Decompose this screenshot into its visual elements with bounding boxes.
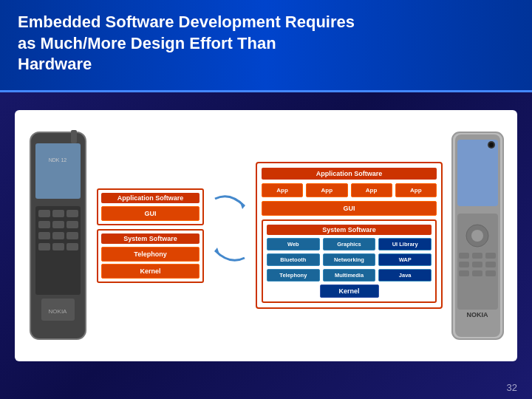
left-app-label: Application Software — [101, 193, 200, 203]
svg-rect-35 — [459, 270, 469, 276]
header: Embedded Software Development Requires a… — [0, 0, 532, 92]
app-box-1: App — [262, 183, 303, 197]
svg-rect-37 — [485, 270, 496, 276]
app-box-2: App — [306, 183, 347, 197]
svg-text:NOKIA: NOKIA — [467, 311, 489, 318]
svg-rect-32 — [459, 262, 469, 267]
right-gui-box: GUI — [262, 201, 437, 216]
svg-rect-7 — [38, 221, 50, 228]
content-area: NDK 12 — [0, 92, 532, 379]
title-text: Embedded Software Development Requires a… — [18, 13, 355, 73]
page-number: 32 — [507, 382, 517, 393]
svg-text:NDK 12: NDK 12 — [49, 157, 67, 163]
left-sys-section: System Software Telephony Kernel — [97, 229, 204, 283]
svg-rect-13 — [38, 243, 50, 250]
phone-left-svg: NDK 12 — [27, 129, 89, 343]
svg-point-28 — [471, 230, 483, 242]
ui-library-box: UI Library — [378, 238, 432, 250]
telephony-box: Telephony — [267, 269, 320, 282]
graphics-box: Graphics — [323, 238, 376, 250]
right-sys-section: System Software Web Graphics UI Library … — [262, 219, 437, 303]
left-app-section: Application Software GUI — [97, 188, 204, 225]
svg-rect-29 — [459, 253, 469, 259]
svg-rect-34 — [485, 262, 496, 267]
svg-rect-10 — [38, 232, 50, 239]
slide-title: Embedded Software Development Requires a… — [18, 12, 514, 75]
multimedia-box: Multimedia — [323, 269, 376, 282]
svg-text:NOKIA: NOKIA — [49, 308, 68, 315]
app-box-3: App — [351, 183, 392, 197]
bluetooth-box: Bluetooth — [267, 253, 320, 266]
slide: Embedded Software Development Requires a… — [0, 0, 532, 399]
svg-rect-31 — [485, 253, 496, 259]
kernel-row: Kernel — [267, 284, 432, 298]
left-gui-box: GUI — [101, 206, 200, 221]
svg-rect-1 — [35, 143, 81, 199]
svg-rect-5 — [52, 210, 64, 217]
wap-box: WAP — [378, 253, 432, 266]
web-box: Web — [267, 238, 320, 250]
left-software-stack: Application Software GUI System Software… — [97, 188, 204, 283]
kernel-box: Kernel — [320, 284, 379, 298]
right-software-stack: Application Software App App App App GUI… — [256, 162, 443, 309]
svg-rect-18 — [71, 130, 77, 143]
networking-box: Networking — [323, 253, 376, 266]
phone-right: NOKIA — [450, 129, 505, 343]
right-sys-label: System Software — [267, 225, 432, 235]
svg-rect-15 — [66, 243, 78, 250]
app-box-4: App — [395, 183, 437, 197]
sys-row-2: Bluetooth Networking WAP — [267, 253, 432, 266]
diagram: NDK 12 — [15, 110, 517, 361]
app-row: App App App App — [262, 183, 437, 197]
svg-rect-6 — [66, 210, 78, 217]
sys-row-1: Web Graphics UI Library — [267, 238, 432, 250]
sys-row-3: Telephony Multimedia Java — [267, 269, 432, 282]
svg-rect-33 — [472, 262, 482, 267]
phone-right-svg: NOKIA — [450, 129, 505, 343]
svg-rect-36 — [472, 270, 482, 276]
arrows — [211, 184, 248, 287]
svg-rect-30 — [472, 253, 482, 259]
svg-rect-11 — [52, 232, 64, 239]
svg-rect-9 — [66, 221, 78, 228]
svg-point-25 — [489, 143, 494, 147]
svg-rect-12 — [66, 232, 78, 239]
left-telephony-box: Telephony — [101, 247, 200, 262]
svg-rect-8 — [52, 221, 64, 228]
phone-left: NDK 12 — [27, 129, 89, 343]
left-kernel-box: Kernel — [101, 264, 200, 279]
footer: 32 — [0, 379, 532, 399]
left-sys-label: System Software — [101, 233, 200, 244]
svg-rect-14 — [52, 243, 64, 250]
svg-rect-4 — [38, 210, 50, 217]
arrows-svg — [211, 184, 248, 287]
svg-rect-23 — [457, 140, 498, 206]
java-box: Java — [378, 269, 432, 282]
right-app-section-label: Application Software — [262, 168, 437, 180]
